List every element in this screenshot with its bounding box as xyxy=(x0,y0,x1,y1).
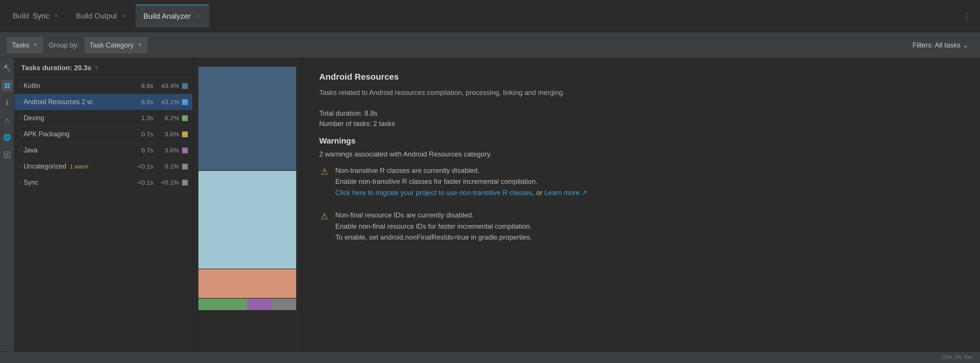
status-bar: O/M: 0% Toe: xyxy=(0,352,980,363)
task-chevron-apk: › xyxy=(19,131,21,137)
warning-icon-1: ⚠ xyxy=(319,166,329,177)
toolbar: Tasks ▼ Group by: Task Category ▼ Filter… xyxy=(0,32,980,58)
detail-panel: Android Resources Tasks related to Andro… xyxy=(302,58,980,352)
task-bar-java xyxy=(182,148,188,153)
sidebar-icon-info[interactable]: ℹ xyxy=(2,97,13,109)
detail-stats-section: Total duration: 8.8s Number of tasks: 2 … xyxy=(319,109,963,128)
warning-triangle-1: ⚠ xyxy=(319,166,329,177)
group-by-value: Task Category xyxy=(90,41,134,49)
task-time1-apk: 0.7s xyxy=(130,131,153,138)
warning-learn-more-1[interactable]: Learn more ↗ xyxy=(544,189,587,196)
task-name-dexing: Dexing xyxy=(24,114,127,122)
sidebar-icon-build[interactable]: 🔨 xyxy=(2,63,13,74)
task-chevron-android: › xyxy=(19,99,21,105)
tab-build-sync-close[interactable]: × xyxy=(53,13,60,19)
sidebar-icon-active[interactable] xyxy=(2,80,13,91)
tasks-dropdown-arrow: ▼ xyxy=(33,42,38,48)
tab-build-analyzer-close[interactable]: × xyxy=(194,13,201,20)
group-by-dropdown[interactable]: Task Category ▼ xyxy=(85,37,147,53)
filters-label: Filters: All tasks xyxy=(912,41,961,49)
tab-build-analyzer[interactable]: Build Analyzer × xyxy=(135,5,209,28)
warning-line-1-0: Non-transitive R classes are currently d… xyxy=(335,167,480,174)
task-time1-dexing: 1.3s xyxy=(130,115,153,122)
svg-rect-0 xyxy=(5,83,7,86)
task-chevron-java: › xyxy=(19,147,21,153)
task-name-android: Android Resources 2 w: xyxy=(24,98,127,106)
svg-rect-8 xyxy=(199,67,296,170)
task-bar-android xyxy=(182,99,188,105)
tasks-header: Tasks duration: 20.3s ? xyxy=(14,58,192,78)
svg-rect-1 xyxy=(8,83,10,86)
warning-text-2: Non-final resource IDs are currently dis… xyxy=(335,210,532,243)
filters-arrow: ⌄ xyxy=(963,41,969,49)
tab-build-sync[interactable]: Build Sync × xyxy=(5,5,68,28)
tasks-dropdown-label: Tasks xyxy=(12,41,29,49)
svg-rect-12 xyxy=(247,299,272,310)
task-time1-uncat: <0.1s xyxy=(130,163,153,170)
tab-build-sync-label: Build xyxy=(13,11,29,21)
task-bar-dexing xyxy=(182,115,188,121)
task-name-java: Java xyxy=(24,146,127,154)
warning-line-2-1: Enable non-final resource IDs for faster… xyxy=(335,222,532,230)
task-time1-android: 8.8s xyxy=(130,99,153,106)
task-item-dexing[interactable]: › Dexing 1.3s 6.2% xyxy=(14,110,192,126)
tab-build-analyzer-label: Build Analyzer xyxy=(143,12,191,21)
task-item-sync[interactable]: › Sync <0.1s <0.1% xyxy=(14,175,192,191)
sidebar-icon-warning[interactable]: ⚠ xyxy=(2,115,13,126)
warning-item-2: ⚠ Non-final resource IDs are currently d… xyxy=(319,210,963,243)
task-name-sync: Sync xyxy=(24,178,127,186)
tab-build-output-label: Build Output xyxy=(76,11,117,21)
task-time2-java: 3.6% xyxy=(156,147,179,154)
task-bar-kotlin xyxy=(182,83,188,89)
task-item-android-resources[interactable]: › Android Resources 2 w: 8.8s 43.1% xyxy=(14,94,192,110)
task-time1-java: 0.7s xyxy=(130,147,153,154)
warning-line-2-0: Non-final resource IDs are currently dis… xyxy=(335,211,474,219)
task-time2-kotlin: 43.4% xyxy=(156,82,179,90)
detail-warning-count: 2 warnings associated with Android Resou… xyxy=(319,150,963,158)
task-item-kotlin[interactable]: › Kotlin 8.8s 43.4% xyxy=(14,78,192,94)
left-icon-bar: 🔨 ℹ ⚠ 🌐 xyxy=(0,58,14,352)
task-time1-sync: <0.1s xyxy=(130,179,153,186)
treemap-svg xyxy=(199,67,296,326)
sidebar-icon-file[interactable] xyxy=(2,149,13,161)
task-bar-uncat xyxy=(182,164,188,169)
tab-build-sync-sublabel: Sync xyxy=(33,11,49,21)
task-chevron-dexing: › xyxy=(19,115,21,121)
warning-line-2-2: To enable, set android.nonFinalResIds=tr… xyxy=(335,233,532,241)
task-time1-kotlin: 8.8s xyxy=(130,82,153,90)
tasks-dropdown[interactable]: Tasks ▼ xyxy=(7,37,43,53)
task-chevron-kotlin: › xyxy=(19,83,21,89)
task-bar-apk xyxy=(182,131,188,137)
sidebar-icon-globe[interactable]: 🌐 xyxy=(2,132,13,143)
warning-link-1[interactable]: Click here to migrate your project to us… xyxy=(335,189,533,196)
task-item-java[interactable]: › Java 0.7s 3.6% xyxy=(14,142,192,159)
tab-bar: Build Sync × Build Output × Build Analyz… xyxy=(0,0,980,32)
tab-build-output-close[interactable]: × xyxy=(121,13,127,19)
task-chevron-uncat: › xyxy=(19,163,21,169)
svg-rect-13 xyxy=(272,299,296,310)
warning-triangle-2: ⚠ xyxy=(319,211,329,221)
more-options-button[interactable]: ⋮ xyxy=(958,11,975,21)
task-time2-apk: 3.6% xyxy=(156,131,179,138)
svg-rect-3 xyxy=(8,86,10,88)
detail-warnings-title: Warnings xyxy=(319,136,963,146)
task-bar-sync xyxy=(182,180,188,186)
warning-badge-uncat: 1 warni xyxy=(70,163,88,170)
detail-total-duration: Total duration: 8.8s xyxy=(319,109,963,117)
filters-button[interactable]: Filters: All tasks ⌄ xyxy=(908,37,973,53)
tab-build-output[interactable]: Build Output × xyxy=(68,5,135,28)
detail-num-tasks: Number of tasks: 2 tasks xyxy=(319,119,963,128)
detail-title: Android Resources xyxy=(319,72,963,82)
task-name-uncat: Uncategorized 1 warni xyxy=(24,162,127,170)
treemap-chart xyxy=(199,67,296,297)
svg-rect-11 xyxy=(199,299,247,310)
task-item-uncategorized[interactable]: › Uncategorized 1 warni <0.1s 0.1% xyxy=(14,159,192,175)
help-icon[interactable]: ? xyxy=(95,65,98,71)
warning-line-1-1: Enable non-transitive R classes for fast… xyxy=(335,177,538,185)
task-item-apk-packaging[interactable]: › APK Packaging 0.7s 3.6% xyxy=(14,126,192,142)
chart-area xyxy=(192,58,302,352)
task-time2-uncat: 0.1% xyxy=(156,163,179,170)
svg-rect-10 xyxy=(199,269,296,298)
warning-after-link: , or xyxy=(533,189,544,196)
warning-item-1: ⚠ Non-transitive R classes are currently… xyxy=(319,165,963,198)
